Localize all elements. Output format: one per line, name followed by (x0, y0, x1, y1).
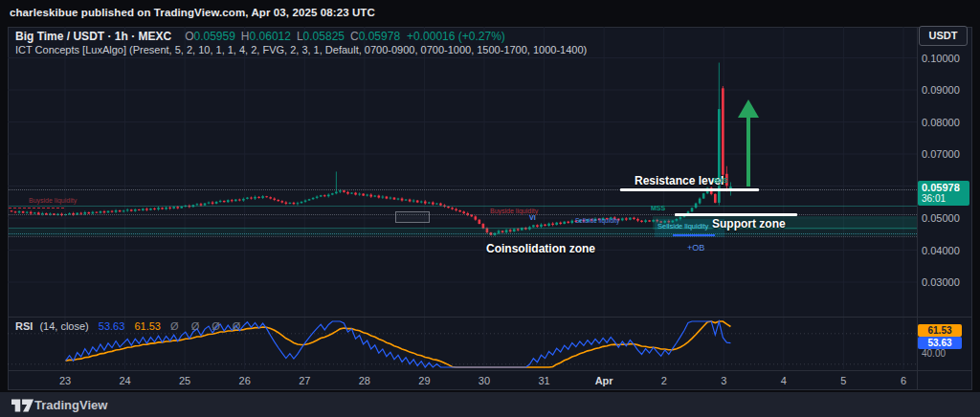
time-axis-label: 28 (359, 375, 370, 386)
rsi-ma-badge: 61.53 (918, 324, 962, 337)
bar-countdown: 36:01 (922, 193, 969, 205)
vi-label: VI (529, 214, 536, 221)
tradingview-logo[interactable] (11, 397, 34, 414)
rsi-empty-values: Ø Ø Ø Ø (170, 320, 245, 332)
symbol-title: Big Time / USDT · 1h · MEXC (15, 30, 171, 43)
time-axis-separator (8, 370, 972, 371)
time-axis-label: 3 (721, 375, 726, 386)
rsi-params: (14, close) (39, 320, 88, 332)
sellside-liquidity-mid-label: Sellside liquidity (575, 217, 619, 224)
price-axis-label: 0.04000 (922, 245, 960, 256)
resistance-label: Resistance level (635, 174, 724, 187)
symbol-legend[interactable]: Big Time / USDT · 1h · MEXCO0.05959H0.06… (15, 30, 505, 43)
price-axis-label: 0.08000 (922, 117, 960, 128)
close-key: C (350, 30, 359, 43)
rsi-title: RSI (15, 320, 33, 332)
time-axis-label: 24 (119, 375, 130, 386)
rsi-pane-separator[interactable] (8, 317, 972, 318)
bos-label: BOS (713, 177, 727, 184)
time-axis-label: 5 (840, 375, 846, 386)
mss-label: MSS (651, 205, 665, 211)
low-value: 0.05825 (303, 30, 345, 43)
resistance-dotted-line (9, 189, 917, 190)
close-value: 0.05978 (359, 30, 400, 43)
tradingview-snapshot: charleskibue published on TradingView.co… (0, 0, 980, 417)
price-axis-label: 0.05000 (922, 212, 960, 224)
price-axis-label: 0.10000 (922, 53, 960, 64)
fvg-box (395, 211, 430, 223)
price-chart-canvas[interactable] (8, 27, 917, 369)
time-axis-label: 27 (299, 375, 310, 386)
rsi-value-orange: 61.53 (134, 320, 161, 332)
sellside-underline (673, 234, 715, 236)
time-axis-label: 26 (239, 375, 251, 386)
change-value: +0.00016 (+0.27%) (407, 30, 505, 43)
consolidation-label: Coinsolidation zone (486, 242, 595, 255)
open-value: 0.05959 (193, 30, 234, 43)
price-axis-label: 0.03000 (922, 276, 960, 288)
order-block-label: +OB (687, 243, 704, 252)
time-axis-label: 25 (179, 375, 190, 386)
time-axis-label: 6 (901, 375, 906, 386)
sellside-liquidity-label: Sellside liquidity (657, 222, 708, 230)
last-price-badge: 0.05978 36:01 (918, 181, 969, 206)
buyside-liquidity-left-label: Buyside liquidity (29, 197, 77, 204)
footer-bar (0, 392, 980, 417)
currency-toggle-button[interactable]: USDT (919, 26, 968, 46)
red-liquidity-dash (9, 208, 64, 208)
time-axis-label: 23 (59, 375, 71, 386)
time-axis-label: Apr (595, 375, 613, 386)
liquidity-line-upper (9, 206, 917, 207)
high-key: H (241, 30, 250, 43)
time-axis-label: 30 (479, 375, 490, 386)
low-key: L (297, 30, 303, 43)
rsi-legend[interactable]: RSI (14, close) 53.63 61.53 Ø Ø Ø Ø (15, 320, 245, 332)
footer-brand-text[interactable]: TradingView (34, 398, 107, 412)
time-axis-label: 31 (538, 375, 549, 386)
attribution-text: charleskibue published on TradingView.co… (10, 7, 375, 18)
up-arrow (735, 97, 762, 188)
support-label: Support zone (712, 217, 786, 230)
time-axis-label: 2 (661, 375, 667, 386)
price-axis-label: 0.07000 (922, 148, 960, 160)
last-price-value: 0.05978 (922, 182, 969, 193)
lower-dotted-line (9, 236, 917, 237)
indicator-legend[interactable]: ICT Concepts [LuxAlgo] (Present, 5, 2, 1… (15, 44, 587, 55)
rsi-low-band-label: 40.00 (922, 348, 946, 359)
rsi-value-blue: 53.63 (99, 320, 125, 332)
resistance-line (620, 188, 759, 191)
price-axis-label: 0.09000 (922, 84, 960, 96)
buyside-liquidity-mid-label: Buyside liquidity (490, 208, 538, 214)
time-axis-label: 4 (781, 375, 787, 386)
high-value: 0.06012 (250, 30, 291, 43)
support-line (675, 213, 797, 216)
time-axis-label: 29 (418, 375, 430, 386)
